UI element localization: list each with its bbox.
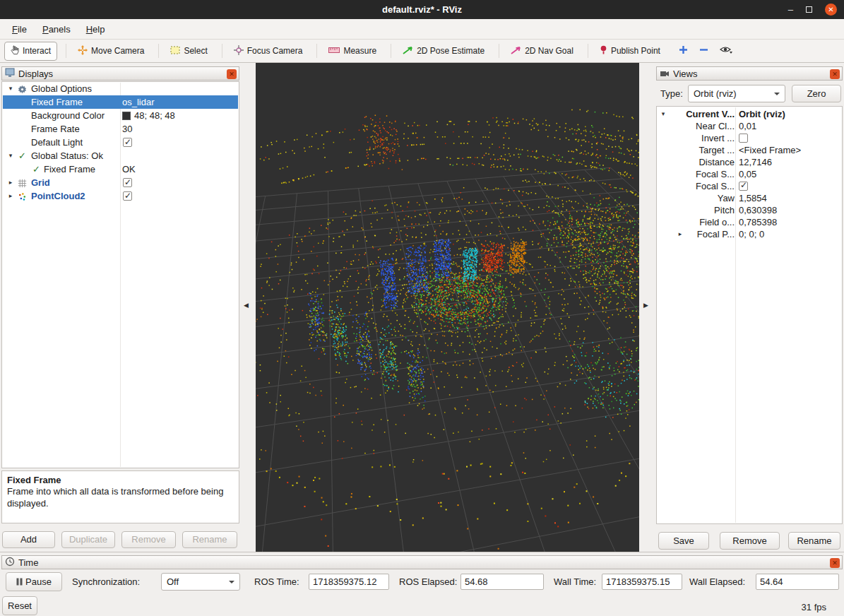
checkbox[interactable] xyxy=(123,138,132,147)
zero-button[interactable]: Zero xyxy=(792,85,841,102)
menu-help[interactable]: Help xyxy=(78,21,113,37)
property-value[interactable]: 0,05 xyxy=(739,168,756,180)
tool-measure[interactable]: Measure xyxy=(323,43,382,59)
property-value[interactable]: 30 xyxy=(122,122,132,136)
collapse-right-arrow-icon[interactable]: ▶ xyxy=(643,302,648,309)
view-row-invert-z[interactable]: Invert ... xyxy=(658,132,841,144)
expander-down-icon[interactable]: ▾ xyxy=(6,149,16,162)
checkbox[interactable] xyxy=(739,182,748,191)
save-button[interactable]: Save xyxy=(658,532,709,550)
display-name[interactable]: PointCloud2 xyxy=(31,189,85,203)
property-value[interactable]: 48; 48; 48 xyxy=(134,109,175,122)
displays-panel-header[interactable]: Displays xyxy=(1,66,239,81)
pause-button[interactable]: Pause xyxy=(6,572,62,591)
view-row-focal-shape-size[interactable]: Focal S... 0,05 xyxy=(658,168,841,180)
close-icon[interactable]: ✕ xyxy=(825,4,837,16)
color-swatch[interactable] xyxy=(122,112,131,120)
tree-row-background-color[interactable]: Background Color 48; 48; 48 xyxy=(3,109,238,122)
tool-publish-point[interactable]: Publish Point xyxy=(594,42,666,59)
tool-2d-pose-estimate[interactable]: 2D Pose Estimate xyxy=(397,42,490,59)
views-panel-header[interactable]: Views xyxy=(656,66,843,81)
view-row-field-of-view[interactable]: Field o... 0,785398 xyxy=(658,216,841,228)
property-name: Global Status: Ok xyxy=(31,149,103,162)
synchronization-dropdown[interactable]: Off xyxy=(161,573,240,591)
menu-panels[interactable]: Panels xyxy=(35,21,78,37)
property-value[interactable]: <Fixed Frame> xyxy=(739,144,801,156)
checkbox[interactable] xyxy=(123,191,132,201)
panel-close-icon[interactable] xyxy=(830,69,840,79)
view-row-focal-point[interactable]: ▸ Focal P... 0; 0; 0 xyxy=(658,228,841,240)
property-name: Distance xyxy=(658,156,735,168)
duplicate-button[interactable]: Duplicate xyxy=(61,531,115,548)
view-type-dropdown[interactable]: Orbit (rviz) xyxy=(688,85,785,102)
view-row-target-frame[interactable]: Target ... <Fixed Frame> xyxy=(658,144,841,156)
menubar: File Panels Help xyxy=(0,19,844,40)
tool-move-camera[interactable]: Move Camera xyxy=(72,42,150,60)
view-row-distance[interactable]: Distance 12,7146 xyxy=(658,156,841,168)
view-row-pitch[interactable]: Pitch 0,630398 xyxy=(658,204,841,216)
property-value[interactable]: 0,630398 xyxy=(739,204,777,216)
maximize-icon[interactable] xyxy=(806,6,812,13)
view-row-yaw[interactable]: Yaw 1,5854 xyxy=(658,192,841,204)
expander-down-icon[interactable]: ▾ xyxy=(6,82,16,95)
display-name[interactable]: Grid xyxy=(31,176,50,189)
rename-button[interactable]: Rename xyxy=(788,532,840,550)
focus-camera-icon xyxy=(234,45,244,57)
menu-file[interactable]: File xyxy=(4,21,35,37)
tree-row-default-light[interactable]: Default Light xyxy=(3,136,238,149)
property-value[interactable]: os_lidar xyxy=(122,95,155,109)
expander-right-icon[interactable]: ▸ xyxy=(6,176,16,189)
ros-elapsed-input[interactable] xyxy=(460,574,544,590)
view-row-focal-shape-fixed[interactable]: Focal S... xyxy=(658,180,841,192)
reset-button[interactable]: Reset xyxy=(2,596,37,615)
3d-viewport-canvas[interactable] xyxy=(256,63,639,552)
left-splitter[interactable]: ◀ xyxy=(241,63,256,552)
property-value[interactable]: 0,785398 xyxy=(739,216,777,228)
tree-row-pointcloud2[interactable]: ▸ PointCloud2 xyxy=(3,189,238,203)
wall-elapsed-input[interactable] xyxy=(756,574,839,590)
expander-right-icon[interactable]: ▸ xyxy=(6,189,16,203)
synchronization-label: Synchronization: xyxy=(72,572,140,591)
ros-time-input[interactable] xyxy=(309,574,389,590)
add-tool-plus-icon[interactable] xyxy=(679,45,688,57)
remove-button[interactable]: Remove xyxy=(121,531,176,548)
tree-row-global-status[interactable]: ▾ ✓ Global Status: Ok xyxy=(3,149,238,162)
tree-row-global-options[interactable]: ▾ Global Options xyxy=(3,82,238,95)
panel-close-icon[interactable] xyxy=(830,558,840,568)
property-value: OK xyxy=(122,162,136,176)
remove-tool-minus-icon[interactable] xyxy=(699,45,708,57)
rviz-window: default.rviz* - RViz – ✕ File Panels Hel… xyxy=(0,0,844,616)
tree-row-status-fixed-frame[interactable]: ✓ Fixed Frame OK xyxy=(3,162,238,176)
rename-button[interactable]: Rename xyxy=(182,531,237,548)
tree-row-frame-rate[interactable]: Frame Rate 30 xyxy=(3,122,238,136)
tool-2d-nav-goal[interactable]: 2D Nav Goal xyxy=(505,42,579,59)
interact-hand-icon xyxy=(11,45,19,57)
remove-button[interactable]: Remove xyxy=(720,532,780,550)
property-name: Focal P... xyxy=(658,228,735,240)
view-row-current-view[interactable]: ▾ Current V... Orbit (rviz) xyxy=(658,108,841,120)
checkbox[interactable] xyxy=(123,178,132,187)
tool-label: Publish Point xyxy=(611,46,660,56)
toolbar-separator xyxy=(316,44,317,58)
tool-select[interactable]: Select xyxy=(165,43,213,59)
property-value[interactable]: 12,7146 xyxy=(739,156,772,168)
minimize-icon[interactable]: – xyxy=(788,0,793,19)
property-value[interactable]: 1,5854 xyxy=(739,192,767,204)
tree-row-grid[interactable]: ▸ Grid xyxy=(3,176,238,189)
add-button[interactable]: Add xyxy=(2,531,55,548)
collapse-left-arrow-icon[interactable]: ◀ xyxy=(244,302,249,309)
right-splitter[interactable]: ▶ xyxy=(639,63,655,552)
tool-interact[interactable]: Interact xyxy=(4,42,57,61)
tool-visibility-eye-icon[interactable] xyxy=(720,45,732,57)
property-value[interactable]: 0; 0; 0 xyxy=(739,228,764,240)
view-row-near-clip[interactable]: Near Cl... 0,01 xyxy=(658,120,841,132)
tool-focus-camera[interactable]: Focus Camera xyxy=(228,42,309,60)
checkbox[interactable] xyxy=(739,134,748,143)
tree-row-fixed-frame[interactable]: Fixed Frame os_lidar xyxy=(3,95,238,109)
panel-title: Time xyxy=(18,557,38,568)
wall-time-input[interactable] xyxy=(602,574,682,590)
property-value[interactable]: 0,01 xyxy=(739,120,756,132)
nav-goal-icon xyxy=(511,45,521,57)
panel-close-icon[interactable] xyxy=(227,69,237,79)
time-panel-header[interactable]: Time xyxy=(1,555,843,569)
